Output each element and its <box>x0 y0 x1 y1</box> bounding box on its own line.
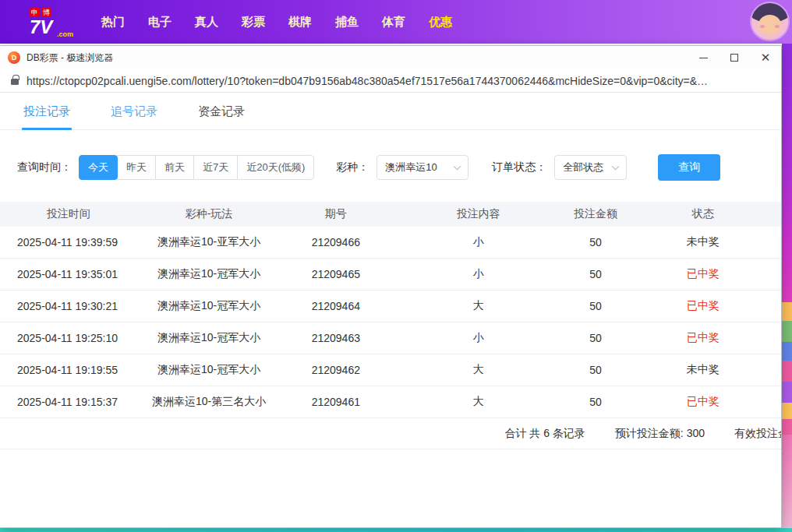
table-header-cell: 投注时间 <box>0 207 136 221</box>
summary-total-records: 合计 共 6 条记录 <box>504 427 585 441</box>
logo-suffix: .com <box>57 25 73 44</box>
user-avatar[interactable] <box>751 3 788 40</box>
order-status-select[interactable]: 全部状态 <box>554 155 627 180</box>
time-range-group: 今天昨天前天近7天近20天(低频) <box>80 155 314 180</box>
cell-bet-time: 2025-04-11 19:35:01 <box>0 268 136 280</box>
table-row[interactable]: 2025-04-11 19:25:10 澳洲幸运10-冠军大小 21209463… <box>0 322 781 354</box>
filter-bar: 查询时间： 今天昨天前天近7天近20天(低频) 彩种： 澳洲幸运10 订单状态：… <box>0 153 781 181</box>
record-tab[interactable]: 追号记录 <box>109 93 159 129</box>
status-filter-label: 订单状态： <box>492 160 546 174</box>
background-page-right-strip <box>782 44 792 528</box>
site-logo[interactable]: 申 博 7V.com <box>30 8 75 37</box>
cell-bet-content: 小 <box>391 235 566 249</box>
cell-status: 未中奖 <box>625 363 781 377</box>
cell-play-type: 澳洲幸运10-冠军大小 <box>136 299 281 313</box>
lottery-filter-label: 彩种： <box>336 160 369 174</box>
lottery-select[interactable]: 澳洲幸运10 <box>377 155 468 180</box>
cell-bet-amount: 50 <box>566 236 624 248</box>
time-range-button[interactable]: 昨天 <box>117 155 156 180</box>
cell-play-type: 澳洲幸运10-冠军大小 <box>136 267 281 281</box>
table-body: 2025-04-11 19:39:59 澳洲幸运10-亚军大小 21209466… <box>0 227 781 418</box>
time-range-button[interactable]: 今天 <box>79 155 118 180</box>
table-row[interactable]: 2025-04-11 19:15:37 澳洲幸运10-第三名大小 2120946… <box>0 386 781 418</box>
table-row[interactable]: 2025-04-11 19:30:21 澳洲幸运10-冠军大小 21209464… <box>0 291 781 322</box>
browser-window: D DB彩票 - 极速浏览器 ✕ https://ctopcp02pcali.u… <box>0 45 782 528</box>
cell-status: 已中奖 <box>625 267 781 281</box>
table-row[interactable]: 2025-04-11 19:39:59 澳洲幸运10-亚军大小 21209466… <box>0 227 781 259</box>
cell-issue-number: 21209461 <box>281 396 391 408</box>
cell-issue-number: 21209464 <box>281 300 391 312</box>
cell-bet-content: 小 <box>391 267 566 281</box>
table-header-cell: 投注内容 <box>391 207 566 221</box>
minimize-button[interactable] <box>688 46 719 69</box>
url-text[interactable]: https://ctopcp02pcali.uengi5e.com/lotter… <box>27 75 708 87</box>
cell-bet-time: 2025-04-11 19:19:55 <box>0 364 136 376</box>
record-tab[interactable]: 投注记录 <box>22 93 72 129</box>
lottery-records-panel: 投注记录追号记录资金记录 查询时间： 今天昨天前天近7天近20天(低频) 彩种：… <box>0 93 781 528</box>
summary-valid-amount: 有效投注金 <box>734 427 782 441</box>
cell-issue-number: 21209466 <box>281 236 391 248</box>
background-page-bottom-strip <box>0 528 792 532</box>
record-tab[interactable]: 资金记录 <box>196 93 246 129</box>
avatar-face-graphic <box>758 15 781 35</box>
cell-status: 未中奖 <box>625 235 781 249</box>
cell-issue-number: 21209462 <box>281 364 391 376</box>
nav-item[interactable]: 电子 <box>148 15 171 30</box>
cell-issue-number: 21209465 <box>281 268 391 280</box>
table-header-cell: 状态 <box>625 207 781 221</box>
maximize-icon <box>730 54 738 62</box>
cell-play-type: 澳洲幸运10-冠军大小 <box>136 363 281 377</box>
close-icon: ✕ <box>761 51 771 65</box>
nav-item[interactable]: 优惠 <box>429 15 452 30</box>
record-tabs: 投注记录追号记录资金记录 <box>0 93 781 130</box>
cell-status: 已中奖 <box>625 299 781 313</box>
cell-bet-content: 大 <box>391 299 566 313</box>
status-select-value: 全部状态 <box>563 160 603 174</box>
site-header: 申 博 7V.com 热门电子真人彩票棋牌捕鱼体育优惠 <box>0 0 792 44</box>
background-game-art <box>782 302 792 435</box>
time-range-button[interactable]: 近20天(低频) <box>237 155 314 180</box>
lock-icon <box>11 79 19 85</box>
logo-main-text: 7V <box>30 16 52 37</box>
logo-text: 7V.com <box>30 18 75 37</box>
table-row[interactable]: 2025-04-11 19:35:01 澳洲幸运10-冠军大小 21209465… <box>0 259 781 291</box>
table-header-row: 投注时间彩种-玩法期号投注内容投注金额状态 <box>0 202 781 227</box>
close-button[interactable]: ✕ <box>750 46 781 69</box>
window-controls: ✕ <box>688 46 781 69</box>
cell-bet-content: 小 <box>391 331 566 345</box>
lottery-select-value: 澳洲幸运10 <box>385 160 437 174</box>
nav-item[interactable]: 捕鱼 <box>335 15 359 30</box>
favicon-letter: D <box>12 54 17 62</box>
table-summary: 合计 共 6 条记录 预计投注金额: 300 有效投注金 <box>0 418 781 449</box>
table-header-cell: 期号 <box>281 207 391 221</box>
table-row[interactable]: 2025-04-11 19:19:55 澳洲幸运10-冠军大小 21209462… <box>0 354 781 386</box>
time-range-button[interactable]: 前天 <box>155 155 194 180</box>
cell-play-type: 澳洲幸运10-第三名大小 <box>136 395 281 409</box>
window-titlebar[interactable]: D DB彩票 - 极速浏览器 ✕ <box>0 46 781 69</box>
search-button[interactable]: 查询 <box>658 154 720 181</box>
minimize-icon <box>699 58 708 58</box>
nav-item[interactable]: 体育 <box>382 15 405 30</box>
cell-bet-content: 大 <box>391 363 566 377</box>
table-header-cell: 投注金额 <box>566 207 624 221</box>
window-title: DB彩票 - 极速浏览器 <box>27 51 113 65</box>
cell-bet-amount: 50 <box>566 396 624 408</box>
records-table: 投注时间彩种-玩法期号投注内容投注金额状态 2025-04-11 19:39:5… <box>0 202 781 449</box>
maximize-button[interactable] <box>719 46 750 69</box>
nav-item[interactable]: 真人 <box>195 15 218 30</box>
cell-bet-amount: 50 <box>566 300 624 312</box>
cell-bet-time: 2025-04-11 19:25:10 <box>0 332 136 344</box>
cell-bet-amount: 50 <box>566 332 624 344</box>
nav-item[interactable]: 棋牌 <box>288 15 312 30</box>
nav-item[interactable]: 彩票 <box>242 15 265 30</box>
summary-expected-amount: 预计投注金额: 300 <box>615 427 705 441</box>
main-nav: 热门电子真人彩票棋牌捕鱼体育优惠 <box>101 15 452 30</box>
url-bar[interactable]: https://ctopcp02pcali.uengi5e.com/lotter… <box>0 69 781 93</box>
cell-bet-time: 2025-04-11 19:39:59 <box>0 236 136 248</box>
cell-bet-time: 2025-04-11 19:15:37 <box>0 396 136 408</box>
db-favicon-icon: D <box>8 51 20 64</box>
nav-item[interactable]: 热门 <box>101 15 125 30</box>
cell-bet-content: 大 <box>391 395 566 409</box>
time-range-button[interactable]: 近7天 <box>193 155 238 180</box>
table-header-cell: 彩种-玩法 <box>136 207 281 221</box>
